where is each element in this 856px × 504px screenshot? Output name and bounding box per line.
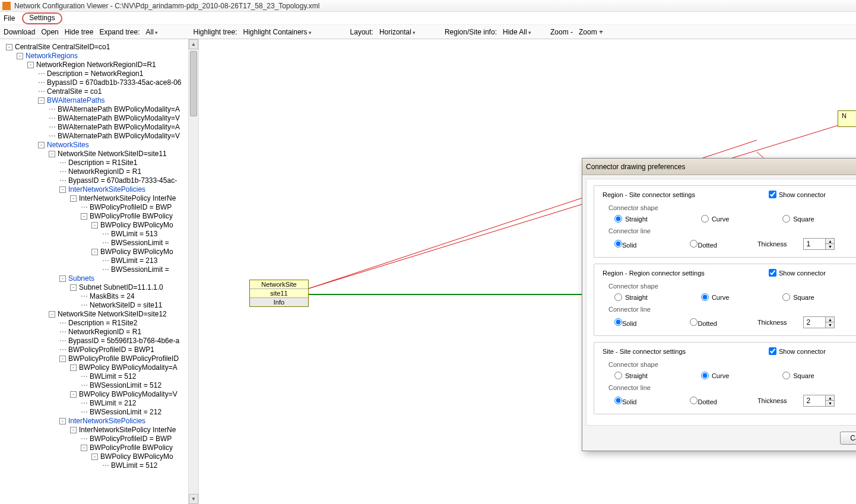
tree-expander-icon[interactable]: - bbox=[70, 195, 77, 202]
line-dotted-radio[interactable] bbox=[690, 318, 698, 326]
tb-region-dd[interactable]: Hide All bbox=[503, 28, 544, 36]
tree-label[interactable]: BWPolicy BWPolicyModality=A bbox=[79, 363, 177, 372]
tree-label[interactable]: BWPolicyProfile BWPolicyProfileID bbox=[68, 354, 179, 363]
tree-row[interactable]: -InterNetworkSitePolicy InterNe bbox=[4, 194, 196, 203]
spin-down-icon[interactable]: ▼ bbox=[826, 244, 834, 249]
shape-straight-radio[interactable] bbox=[614, 215, 622, 223]
line-solid-radio[interactable] bbox=[614, 397, 622, 404]
tb-download[interactable]: Download bbox=[4, 28, 35, 36]
tb-open[interactable]: Open bbox=[41, 28, 58, 36]
thickness-input[interactable] bbox=[804, 395, 825, 406]
cancel-button[interactable]: Cancel bbox=[840, 432, 856, 445]
tree-row[interactable]: -BWPolicy BWPolicyMo bbox=[4, 221, 196, 230]
tree-label[interactable]: NetworkSites bbox=[47, 141, 89, 150]
tree-row[interactable]: ⋯BWAlternatePath BWPolicyModality=V bbox=[4, 132, 196, 141]
tree-label[interactable]: BWSessionLimit = bbox=[111, 239, 169, 248]
shape-square-radio[interactable] bbox=[782, 372, 790, 379]
menu-file[interactable]: File bbox=[4, 14, 15, 23]
show-connector-label[interactable]: Show connector bbox=[779, 191, 826, 198]
thickness-spinner[interactable]: ▲▼ bbox=[803, 395, 835, 407]
spin-down-icon[interactable]: ▼ bbox=[826, 401, 834, 406]
tree-label[interactable]: InterNetworkSitePolicy InterNe bbox=[79, 194, 176, 203]
show-connector-checkbox[interactable] bbox=[769, 347, 776, 355]
spin-up-icon[interactable]: ▲ bbox=[826, 395, 834, 401]
thickness-input[interactable] bbox=[804, 317, 825, 328]
shape-straight-radio[interactable] bbox=[614, 372, 622, 379]
tree-row[interactable]: -BWPolicy BWPolicyMo bbox=[4, 248, 196, 256]
tree-row[interactable]: ⋯NetworkSiteID = site11 bbox=[4, 301, 196, 310]
tree-label[interactable]: BWPolicyProfileID = BWP bbox=[90, 435, 172, 443]
tree-label[interactable]: BWLimit = 512 bbox=[90, 372, 136, 381]
tree-label[interactable]: BWSessionLimit = bbox=[111, 265, 169, 274]
tree-row[interactable]: -NetworkSites bbox=[4, 141, 196, 150]
tree-row[interactable]: ⋯BypassID = 670adb1b-7333-45ac- bbox=[4, 176, 196, 185]
tree-expander-icon[interactable]: - bbox=[49, 151, 55, 157]
tree-label[interactable]: NetworkRegions bbox=[26, 52, 78, 61]
tree-row[interactable]: -Subnet SubnetID=11.1.1.0 bbox=[4, 283, 196, 292]
show-connector-label[interactable]: Show connector bbox=[779, 348, 826, 355]
tree-label[interactable]: BWSessionLimit = 212 bbox=[90, 408, 161, 417]
tree-label[interactable]: MaskBits = 24 bbox=[90, 292, 135, 301]
node-networksite-site11[interactable]: NetworkSite site11 Info bbox=[249, 280, 309, 307]
tree-row[interactable]: -BWPolicyProfile BWPolicy bbox=[4, 443, 196, 452]
tree-label[interactable]: NetworkRegionID = R1 bbox=[68, 328, 141, 337]
tree-label[interactable]: BWPolicy BWPolicyModality=V bbox=[79, 390, 177, 399]
show-connector-label[interactable]: Show connector bbox=[779, 270, 826, 277]
tb-expand-dd[interactable]: All bbox=[145, 28, 187, 36]
diagram-canvas[interactable]: NetworkSite site11 Info N Audio: 512 / 5… bbox=[199, 39, 856, 504]
tree-label[interactable]: BWLimit = 213 bbox=[111, 256, 157, 265]
tree-label[interactable]: BWPolicyProfileID = BWP1 bbox=[68, 345, 154, 354]
tree-row[interactable]: ⋯BWSessionLimit = 212 bbox=[4, 408, 196, 417]
thickness-spinner[interactable]: ▲▼ bbox=[803, 238, 835, 250]
tree-label[interactable]: Description = NetworkRegion1 bbox=[47, 69, 143, 78]
tree-row[interactable]: ⋯CentralSite = co1 bbox=[4, 87, 196, 96]
tree-label[interactable]: BWLimit = 513 bbox=[111, 230, 157, 239]
tree-row[interactable]: -BWPolicyProfile BWPolicy bbox=[4, 212, 196, 221]
tree-row[interactable]: ⋯NetworkRegionID = R1 bbox=[4, 328, 196, 337]
shape-curve-radio[interactable] bbox=[701, 215, 709, 223]
tree-label[interactable]: Description = R1Site2 bbox=[68, 319, 137, 328]
tree-row[interactable]: ⋯BWLimit = 512 bbox=[4, 372, 196, 381]
tree-label[interactable]: NetworkRegion NetworkRegionID=R1 bbox=[36, 61, 156, 69]
tree-expander-icon[interactable]: - bbox=[59, 186, 66, 193]
tree-row[interactable]: -InterNetworkSitePolicy InterNe bbox=[4, 426, 196, 435]
line-dotted-radio[interactable] bbox=[690, 397, 698, 404]
tree-label[interactable]: BWAlternatePath BWPolicyModality=A bbox=[58, 123, 180, 132]
tree-row[interactable]: -BWPolicyProfile BWPolicyProfileID bbox=[4, 354, 196, 363]
tree-row[interactable]: ⋯BWAlternatePath BWPolicyModality=V bbox=[4, 114, 196, 123]
tb-highlight-dd[interactable]: Highlight Containers bbox=[243, 28, 344, 36]
tree-expander-icon[interactable]: - bbox=[91, 249, 98, 255]
shape-straight-radio[interactable] bbox=[614, 293, 622, 301]
tree-row[interactable]: ⋯BWLimit = 212 bbox=[4, 399, 196, 408]
tb-zoom-in[interactable]: Zoom + bbox=[579, 28, 603, 36]
tb-hide-tree[interactable]: Hide tree bbox=[65, 28, 94, 36]
tree-expander-icon[interactable]: - bbox=[91, 222, 98, 229]
tb-zoom-out[interactable]: Zoom - bbox=[550, 28, 573, 36]
tree-label[interactable]: BWPolicyProfile BWPolicy bbox=[90, 212, 173, 221]
tree-label[interactable]: BWAlternatePath BWPolicyModality=V bbox=[58, 132, 180, 141]
tree-label[interactable]: InterNetworkSitePolicies bbox=[68, 185, 145, 194]
tree-label[interactable]: Description = R1Site1 bbox=[68, 159, 137, 167]
shape-square-radio[interactable] bbox=[782, 215, 790, 223]
spin-up-icon[interactable]: ▲ bbox=[826, 239, 834, 244]
shape-curve-radio[interactable] bbox=[701, 372, 709, 379]
scroll-up-icon[interactable]: ▲ bbox=[189, 39, 198, 49]
tree-row[interactable]: ⋯MaskBits = 24 bbox=[4, 292, 196, 301]
tree-expander-icon[interactable]: - bbox=[70, 427, 77, 433]
tree-row[interactable]: ⋯BWAlternatePath BWPolicyModality=A bbox=[4, 105, 196, 114]
spin-up-icon[interactable]: ▲ bbox=[826, 317, 834, 322]
tree-row[interactable]: ⋯BWAlternatePath BWPolicyModality=A bbox=[4, 123, 196, 132]
tree-label[interactable]: BWAlternatePath BWPolicyModality=A bbox=[58, 105, 180, 114]
tree-row[interactable]: -BWPolicy BWPolicyModality=A bbox=[4, 363, 196, 372]
tree-row[interactable]: -NetworkSite NetworkSiteID=site11 bbox=[4, 150, 196, 159]
show-connector-checkbox[interactable] bbox=[769, 191, 776, 198]
tree-row[interactable]: -NetworkSite NetworkSiteID=site12 bbox=[4, 310, 196, 319]
tree-expander-icon[interactable]: - bbox=[70, 391, 77, 398]
menu-settings[interactable]: Settings bbox=[22, 12, 62, 24]
tree-label[interactable]: BWPolicyProfile BWPolicy bbox=[90, 443, 173, 452]
tree-expander-icon[interactable]: - bbox=[70, 364, 77, 371]
node-partial-right-top[interactable]: N bbox=[838, 110, 856, 127]
tree-label[interactable]: NetworkRegionID = R1 bbox=[68, 167, 141, 176]
tree-row[interactable]: -NetworkRegions bbox=[4, 52, 196, 61]
tree-expander-icon[interactable]: - bbox=[91, 454, 98, 460]
